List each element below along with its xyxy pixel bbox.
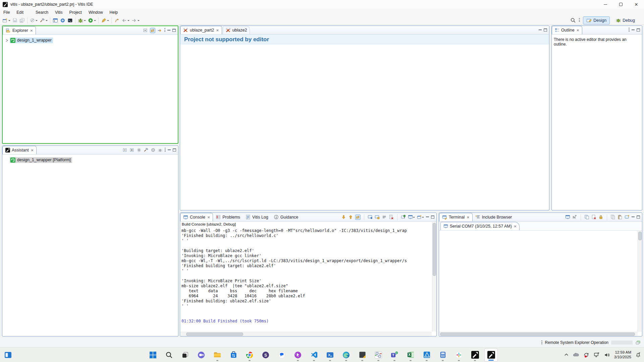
view-menu-icon[interactable] <box>164 28 165 33</box>
taskbar-powershell-button[interactable] <box>323 348 337 362</box>
taskbar-affinity-button[interactable] <box>420 348 433 362</box>
minimize-panel-icon[interactable] <box>426 216 429 218</box>
view-menu-icon[interactable] <box>629 28 630 32</box>
clear-console-icon[interactable] <box>389 215 394 220</box>
close-icon[interactable]: ✕ <box>30 29 33 33</box>
menu-vitis[interactable]: Vitis <box>52 9 66 16</box>
link-with-editor-icon[interactable]: ⇄ <box>150 28 155 33</box>
tray-volume-icon[interactable] <box>604 352 610 358</box>
close-icon[interactable]: ✕ <box>514 225 517 228</box>
open-console-icon[interactable] <box>417 215 424 220</box>
duplicate-terminal-icon[interactable] <box>584 215 589 220</box>
taskbar-vivado-button[interactable] <box>468 348 482 362</box>
taskbar-file-explorer-button[interactable] <box>211 348 224 362</box>
close-icon[interactable]: ✕ <box>207 216 210 219</box>
save-all-button[interactable] <box>18 17 26 24</box>
clear-terminal-icon[interactable] <box>591 215 596 220</box>
tab-problems[interactable]: Problems <box>213 213 243 221</box>
tab-console[interactable]: Console ✕ <box>180 213 213 221</box>
taskbar-start-button[interactable] <box>146 348 160 362</box>
terminal-output[interactable] <box>439 231 638 332</box>
copy-icon[interactable] <box>610 215 615 220</box>
minimize-panel-icon[interactable] <box>632 29 635 31</box>
debug-dropdown-icon[interactable] <box>84 20 86 22</box>
menu-search[interactable]: Search <box>32 9 52 16</box>
close-icon[interactable]: ✕ <box>216 28 219 32</box>
settings-gear-icon[interactable] <box>137 147 142 153</box>
tab-ublaze-part2[interactable]: ublaze_part2 ✕ <box>180 26 222 34</box>
taskbar-calculator-button[interactable] <box>436 348 449 362</box>
taskbar-s-app-button[interactable]: S <box>259 348 272 362</box>
back-dropdown-icon[interactable] <box>127 20 129 22</box>
assistant-row-design-1-wrapper[interactable]: design_1_wrapper [Platform] <box>2 157 178 163</box>
new-wizard-dropdown-icon[interactable] <box>8 20 10 22</box>
menu-project[interactable]: Project <box>66 9 85 16</box>
run-button[interactable] <box>87 17 97 24</box>
forward-button[interactable] <box>130 17 141 24</box>
tree-row-design-1-wrapper[interactable]: design_1_wrapper <box>3 37 178 44</box>
minimize-panel-icon[interactable] <box>168 149 171 151</box>
connect-terminal-icon[interactable] <box>572 215 577 220</box>
show-stderr-icon[interactable] <box>375 215 380 220</box>
taskbar-teams-button[interactable] <box>388 348 401 362</box>
tab-include-browser[interactable]: Include Browser <box>473 213 515 221</box>
collapse-all-icon[interactable] <box>122 147 127 153</box>
tray-notification-bell-icon[interactable] <box>635 352 641 358</box>
menu-edit[interactable]: Edit <box>13 9 27 16</box>
close-icon[interactable]: ✕ <box>31 148 34 152</box>
console-horizontal-scrollbar[interactable] <box>180 332 432 336</box>
tray-onedrive-icon[interactable] <box>573 352 579 358</box>
minimize-panel-icon[interactable] <box>632 216 635 218</box>
collapse-all-icon[interactable] <box>143 28 148 33</box>
menu-file[interactable]: File <box>0 9 13 16</box>
open-console-dropdown-icon[interactable] <box>422 217 424 219</box>
close-icon[interactable]: ✕ <box>577 28 579 32</box>
taskbar-task-view-button[interactable] <box>178 348 192 362</box>
maximize-panel-icon[interactable] <box>173 148 176 152</box>
tab-guidance[interactable]: Guidance <box>271 213 301 221</box>
tab-serial-com7[interactable]: Serial COM7 (3/10/25, 12:57 AM) ✕ <box>440 222 520 230</box>
perspective-design-button[interactable]: Design <box>583 16 610 24</box>
minimize-panel-icon[interactable] <box>167 29 170 32</box>
taskbar-messages-button[interactable] <box>275 348 288 362</box>
taskbar-cursor-app-button[interactable] <box>291 348 305 362</box>
tray-chevron-up-icon[interactable] <box>564 352 569 357</box>
sync-active-target-icon[interactable] <box>157 28 162 33</box>
background-operations-icon[interactable] <box>635 340 641 345</box>
tab-vitis-log[interactable]: Vitis Log <box>243 213 271 221</box>
terminal-vertical-scrollbar[interactable] <box>638 231 642 332</box>
tab-assistant[interactable]: Assistant ✕ <box>2 146 37 154</box>
program-flash-button[interactable] <box>100 17 110 24</box>
view-menu-icon[interactable] <box>165 148 166 152</box>
terminal-horizontal-scrollbar[interactable] <box>439 332 638 336</box>
taskbar-notes-app-button[interactable] <box>356 348 369 362</box>
window-maximize-button[interactable] <box>613 0 629 9</box>
taskbar-search-button[interactable] <box>162 348 176 362</box>
maximize-panel-icon[interactable] <box>637 216 640 219</box>
back-button[interactable] <box>120 17 130 24</box>
minimize-panel-icon[interactable] <box>539 29 542 31</box>
new-wizard-button[interactable] <box>1 17 11 24</box>
run-gray-icon[interactable] <box>151 147 156 153</box>
maximize-panel-icon[interactable] <box>431 216 434 219</box>
taskbar-chat-button[interactable] <box>195 348 208 362</box>
taskbar-slack-button[interactable] <box>452 348 466 362</box>
emulation-console-button[interactable] <box>59 17 66 24</box>
taskbar-store-button[interactable] <box>227 348 240 362</box>
maximize-panel-icon[interactable] <box>544 28 547 32</box>
taskbar-vscode-button[interactable] <box>307 348 321 362</box>
paste-icon[interactable] <box>618 215 623 220</box>
menu-help[interactable]: Help <box>106 9 121 16</box>
scroll-lock-icon[interactable] <box>598 215 603 220</box>
build-hammer-icon[interactable] <box>144 147 149 153</box>
last-edit-location-button[interactable] <box>113 17 120 24</box>
perspective-debug-button[interactable]: Debug <box>613 17 638 24</box>
debug-gray-icon[interactable] <box>158 147 163 153</box>
breakpoints-dropdown-icon[interactable] <box>36 20 38 22</box>
tray-sync-alert-icon[interactable] <box>583 352 590 358</box>
taskbar-block-design-button[interactable] <box>372 348 385 362</box>
close-icon[interactable]: ✕ <box>467 216 469 219</box>
serial-terminal-button[interactable] <box>66 17 74 24</box>
search-icon[interactable] <box>570 17 576 23</box>
debug-button[interactable] <box>77 17 87 24</box>
